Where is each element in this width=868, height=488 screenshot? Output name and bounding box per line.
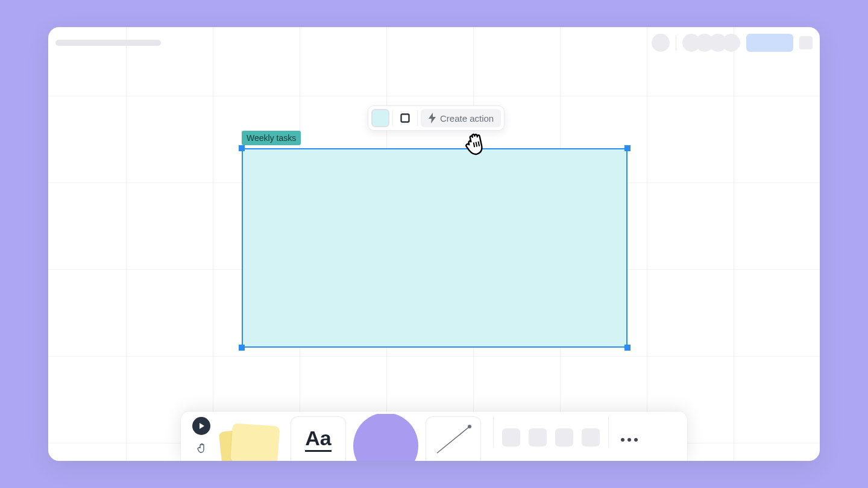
square-icon <box>400 113 410 124</box>
pointer-mode-button[interactable] <box>192 417 210 435</box>
circle-icon <box>353 414 418 461</box>
text-tool[interactable]: Aa <box>291 416 346 461</box>
hand-icon <box>195 442 207 454</box>
context-toolbar-sep <box>417 110 418 126</box>
shape-tool[interactable] <box>353 414 418 461</box>
resize-handle-top-right[interactable] <box>624 145 631 151</box>
sticky-note-tool[interactable] <box>217 416 283 461</box>
board-title-placeholder <box>55 40 161 46</box>
tool-placeholder[interactable] <box>502 428 520 446</box>
lightning-icon <box>428 113 436 124</box>
svg-line-4 <box>437 427 470 453</box>
play-icon <box>197 422 206 430</box>
resize-handle-top-left[interactable] <box>239 145 245 151</box>
topbar-menu-placeholder[interactable] <box>799 36 813 49</box>
toolbox-separator <box>608 416 609 448</box>
app-window: Weekly tasks Create action <box>48 27 820 461</box>
line-icon <box>432 422 474 458</box>
resize-handle-bottom-left[interactable] <box>239 345 245 351</box>
presence-avatar[interactable] <box>722 34 740 52</box>
shape-picker-button[interactable] <box>396 109 414 127</box>
top-bar <box>48 27 820 58</box>
resize-handle-bottom-right[interactable] <box>624 345 631 351</box>
share-button-placeholder[interactable] <box>746 34 793 52</box>
tool-placeholder[interactable] <box>555 428 573 446</box>
context-toolbar: Create action <box>368 105 505 131</box>
text-tool-label: Aa <box>305 428 331 452</box>
fill-color-swatch[interactable] <box>371 109 389 127</box>
svg-point-5 <box>468 425 471 428</box>
tool-placeholder[interactable] <box>582 428 600 446</box>
tool-placeholder[interactable] <box>529 428 547 446</box>
presence-avatars <box>682 34 740 52</box>
connector-tool[interactable] <box>426 416 481 461</box>
toolbox-extra-tools <box>502 428 600 446</box>
svg-rect-0 <box>401 114 409 122</box>
selected-shape[interactable] <box>242 148 627 348</box>
pan-mode-button[interactable] <box>192 439 210 457</box>
toolbox-dock: Aa <box>181 411 687 461</box>
create-action-button[interactable]: Create action <box>421 109 501 127</box>
create-action-label: Create action <box>440 113 494 124</box>
toolbox-separator <box>493 416 494 448</box>
topbar-divider <box>676 35 676 51</box>
context-toolbar-sep <box>392 110 393 126</box>
presence-owner-avatar[interactable] <box>652 34 670 52</box>
sticky-icon <box>230 423 280 461</box>
selection-tag[interactable]: Weekly tasks <box>242 131 301 145</box>
more-tools-button[interactable] <box>621 438 638 442</box>
